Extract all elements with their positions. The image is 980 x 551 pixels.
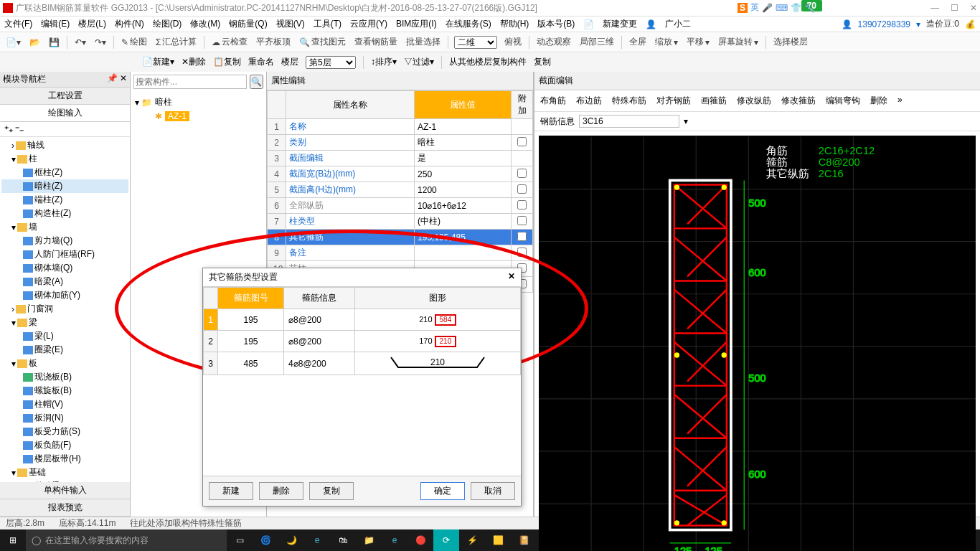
tb-align-top[interactable]: 平齐板顶 (255, 36, 292, 48)
tab-delete[interactable]: 删除 (870, 95, 887, 107)
component-search-button[interactable]: 🔍 (250, 75, 263, 89)
tb-redo-icon[interactable]: ↷▾ (93, 37, 108, 47)
menu-tools[interactable]: 工具(T) (314, 18, 341, 30)
ct-filter[interactable]: ▽过滤▾ (404, 56, 434, 68)
maximize-button[interactable]: ☐ (951, 3, 958, 13)
app-icon-4[interactable]: ⚡ (459, 529, 485, 551)
menu-online[interactable]: 在线服务(S) (446, 18, 491, 30)
chrome-icon[interactable]: 🔴 (407, 529, 433, 551)
dialog-row[interactable]: 34854⌀8@200210 (204, 352, 521, 375)
ct-sort[interactable]: ↕排序▾ (371, 56, 397, 68)
prop-extra-checkbox[interactable] (517, 200, 527, 209)
tree-item[interactable]: 板受力筋(S) (1, 425, 128, 438)
dialog-row[interactable]: 2195⌀8@200170 210 (204, 331, 521, 352)
tree-item[interactable]: ▾ 柱 (1, 152, 128, 166)
menu-draw[interactable]: 绘图(D) (153, 18, 182, 30)
user-name[interactable]: 广小二 (665, 18, 691, 30)
menu-rebar[interactable]: 钢筋量(Q) (229, 18, 267, 30)
menu-new-change[interactable]: 新建变更 (603, 18, 637, 30)
menu-view[interactable]: 视图(V) (276, 18, 305, 30)
menu-version[interactable]: 版本号(B) (537, 18, 575, 30)
task-view-icon[interactable]: ▭ (227, 529, 253, 551)
prop-extra-checkbox[interactable] (517, 216, 527, 225)
view-mode-select[interactable]: 二维 (454, 36, 497, 49)
tree-item[interactable]: ▾ 板 (1, 357, 128, 370)
property-row[interactable]: 7柱类型(中柱) (268, 214, 533, 230)
tree-item[interactable]: › 门窗洞 (1, 302, 128, 316)
menu-help[interactable]: 帮助(H) (500, 18, 529, 30)
section-canvas[interactable]: 500 600 500 600 125 125 角筋 箍筋 其它纵筋 2C16+… (539, 136, 976, 551)
tb-local3d[interactable]: 局部三维 (578, 36, 616, 48)
tree-item[interactable]: 剪力墙(Q) (1, 234, 128, 248)
ct-delete[interactable]: ✕删除 (182, 56, 206, 68)
menu-file[interactable]: 文件(F) (4, 18, 32, 30)
tree-item[interactable]: ▾ 墙 (1, 220, 128, 234)
nav-tab-report[interactable]: 报表预览 (0, 499, 130, 517)
nav-tab-draw[interactable]: 绘图输入 (0, 105, 130, 122)
ct-copy[interactable]: 📋复制 (213, 56, 241, 68)
component-search-input[interactable] (133, 75, 247, 89)
property-row[interactable]: 2类别暗柱 (268, 135, 533, 151)
menu-edit[interactable]: 编辑(E) (41, 18, 70, 30)
prop-extra-checkbox[interactable] (517, 184, 527, 194)
property-row[interactable]: 6全部纵筋10⌀16+6⌀12 (268, 198, 533, 214)
menu-floor[interactable]: 楼层(L) (78, 18, 106, 30)
dialog-ok-button[interactable]: 确定 (420, 482, 465, 500)
ct-rename[interactable]: 重命名 (248, 56, 274, 68)
property-row[interactable]: 5截面高(H边)(mm)1200 (268, 182, 533, 198)
ct-copy2[interactable]: 复制 (534, 56, 551, 68)
tb-new-icon[interactable]: 📄▾ (4, 37, 22, 47)
app-icon-5[interactable]: 🟨 (485, 529, 511, 551)
tab-edge[interactable]: 布边筋 (576, 95, 602, 107)
app-icon-3[interactable]: ⟳ (433, 529, 459, 551)
tb-undo-icon[interactable]: ↶▾ (73, 37, 88, 47)
start-button[interactable]: ⊞ (0, 529, 26, 551)
tree-item[interactable]: 构造柱(Z) (1, 207, 128, 220)
dialog-copy-button[interactable]: 复制 (309, 482, 354, 500)
tb-select-floor[interactable]: 选择楼层 (772, 36, 809, 48)
tree-item[interactable]: 砌体墙(Q) (1, 261, 128, 275)
dialog-delete-button[interactable]: 删除 (259, 482, 303, 500)
property-row[interactable]: 9备注 (268, 245, 533, 261)
property-row[interactable]: 4截面宽(B边)(mm)250 (268, 166, 533, 182)
sogou-lang[interactable]: 英 (750, 1, 759, 14)
tree-item[interactable]: 暗柱(Z) (1, 179, 128, 193)
ie-icon[interactable]: e (382, 529, 407, 551)
prop-extra-checkbox[interactable] (517, 137, 527, 146)
rebar-info-input[interactable] (579, 115, 679, 128)
tab-special[interactable]: 特殊布筋 (612, 95, 646, 107)
prop-extra-checkbox[interactable] (517, 232, 527, 241)
tab-hoop[interactable]: 画箍筋 (701, 95, 727, 107)
dialog-cancel-button[interactable]: 取消 (471, 482, 515, 500)
taskbar-search[interactable]: ◯ 在这里输入你要搜索的内容 (26, 529, 227, 551)
property-row[interactable]: 1名称AZ-1 (268, 119, 533, 135)
tb-view-rebar[interactable]: 查看钢筋量 (353, 36, 399, 48)
tb-sum[interactable]: Σ 汇总计算 (154, 36, 198, 48)
tree-item[interactable]: 柱帽(V) (1, 397, 128, 411)
tree-item[interactable]: 框柱(Z) (1, 166, 128, 179)
tb-find[interactable]: 🔍查找图元 (298, 36, 347, 48)
ct-floor-select[interactable]: 第5层 (306, 56, 356, 69)
tree-item[interactable]: 现浇板(B) (1, 370, 128, 384)
nav-tab-single[interactable]: 单构件输入 (0, 482, 130, 499)
component-item[interactable]: ✱ AZ-1 (133, 110, 263, 123)
tree-item[interactable]: 砌体加筋(Y) (1, 288, 128, 302)
tree-item[interactable]: 板洞(N) (1, 411, 128, 425)
prop-extra-checkbox[interactable] (517, 248, 527, 257)
store-icon[interactable]: 🛍 (330, 529, 356, 551)
nav-tab-project[interactable]: 工程设置 (0, 88, 130, 105)
account-number[interactable]: 13907298339 (858, 19, 910, 29)
prop-extra-checkbox[interactable] (517, 169, 527, 178)
tb-top-view[interactable]: 俯视 (503, 36, 523, 48)
tb-orbit[interactable]: 动态观察 (535, 36, 573, 48)
ct-new[interactable]: 📄新建▾ (142, 56, 174, 68)
menu-component[interactable]: 构件(N) (115, 18, 144, 30)
tb-zoom[interactable]: 缩放▾ (654, 36, 679, 48)
tb-draw[interactable]: ✎绘图 (120, 36, 149, 48)
property-row[interactable]: 8其它箍筋195,195,485 (268, 230, 533, 245)
tab-corner[interactable]: 布角筋 (540, 95, 566, 107)
ct-copy-from-floor[interactable]: 从其他楼层复制构件 (449, 56, 527, 68)
tb-save-icon[interactable]: 💾 (47, 37, 61, 47)
app-icon-2[interactable]: 🌙 (278, 529, 304, 551)
sogou-tool-icon[interactable]: 🔧 (804, 3, 815, 13)
